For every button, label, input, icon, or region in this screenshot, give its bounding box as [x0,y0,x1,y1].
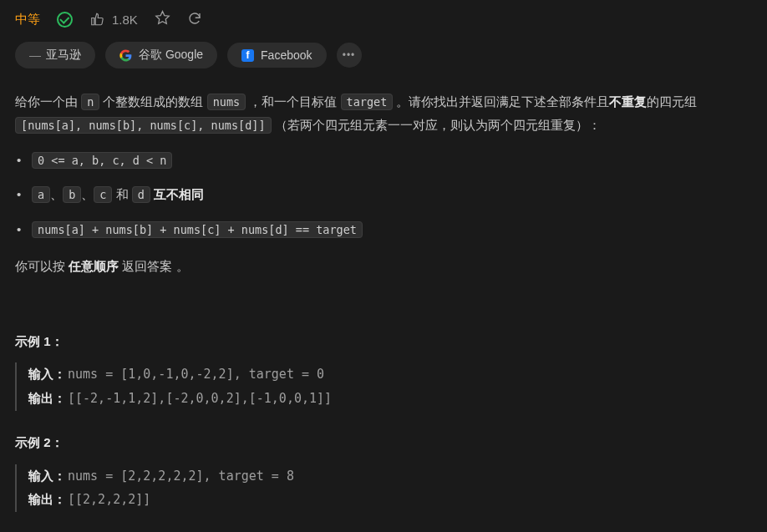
like-button[interactable]: 1.8K [89,12,138,27]
tag-amazon[interactable]: — 亚马逊 [15,42,95,68]
like-count: 1.8K [112,13,138,27]
conditions-list: 0 <= a, b, c, d < n a、b、c 和 d 互不相同 nums[… [15,149,752,241]
code-b: b [63,186,81,203]
tag-facebook[interactable]: f Facebook [227,43,326,68]
difficulty-badge: 中等 [15,12,40,28]
top-bar: 中等 1.8K [15,10,752,28]
condition-item: nums[a] + nums[b] + nums[c] + nums[d] ==… [15,218,752,241]
tag-label: 谷歌 Google [139,48,203,63]
output-value: [[-2,-1,1,2],[-2,0,0,2],[-1,0,0,1]] [68,391,332,406]
code-a: a [32,186,50,203]
text: 、 [50,187,63,201]
refresh-button[interactable] [187,11,202,28]
facebook-icon: f [241,49,254,62]
text: 给你一个由 [15,94,81,109]
code-d: d [132,186,150,203]
input-value: nums = [1,0,-1,0,-2,2], target = 0 [68,367,324,382]
example-2-body: 输入：nums = [2,2,2,2,2], target = 8 输出：[[2… [15,464,752,513]
condition-item: a、b、c 和 d 互不相同 [15,183,752,206]
example-2-title: 示例 2： [15,431,752,454]
bold-text: 互不相同 [154,187,204,201]
thumbs-up-icon [89,12,105,27]
output-label: 输出： [28,492,66,506]
solved-check-icon [57,12,73,28]
tag-prefix: — [29,48,41,62]
code-quadruple: [nums[a], nums[b], nums[c], nums[d]] [15,117,272,134]
tag-google[interactable]: 谷歌 Google [105,42,217,68]
closing-paragraph: 你可以按 任意顺序 返回答案 。 [15,255,752,278]
input-label: 输入： [28,469,66,483]
google-icon [119,49,132,62]
text: 和 [112,187,131,201]
condition-item: 0 <= a, b, c, d < n [15,149,752,172]
code-target: target [341,94,394,110]
code-cond1: 0 <= a, b, c, d < n [32,152,172,169]
code-c: c [94,186,112,203]
description-paragraph: 给你一个由 n 个整数组成的数组 nums ，和一个目标值 target 。请你… [15,90,752,137]
input-value: nums = [2,2,2,2,2], target = 8 [68,469,294,484]
tag-label: Facebook [261,48,312,62]
code-nums: nums [207,94,246,110]
example-1-title: 示例 1： [15,330,752,353]
text: 。请你找出并返回满足下述全部条件且 [393,94,609,109]
bold-text: 任意顺序 [69,259,119,273]
output-value: [[2,2,2,2]] [68,492,150,507]
problem-content: 给你一个由 n 个整数组成的数组 nums ，和一个目标值 target 。请你… [15,90,752,512]
favorite-button[interactable] [155,10,170,28]
input-label: 输入： [28,367,66,381]
text: 返回答案 。 [119,259,188,273]
bold-text: 不重复 [609,94,647,109]
text: 个整数组成的数组 [99,94,206,109]
text: ，和一个目标值 [246,94,340,109]
output-label: 输出： [28,391,66,405]
code-cond3: nums[a] + nums[b] + nums[c] + nums[d] ==… [32,221,363,238]
code-n: n [81,94,99,110]
more-tags-button[interactable]: ••• [337,43,362,68]
text: 你可以按 [15,259,69,273]
text: 、 [81,187,94,201]
text: 的四元组 [647,94,697,109]
text: （若两个四元组元素一一对应，则认为两个四元组重复）： [272,118,601,132]
tag-label: 亚马逊 [46,48,81,63]
company-tags-row: — 亚马逊 谷歌 Google f Facebook ••• [15,42,752,68]
example-1-body: 输入：nums = [1,0,-1,0,-2,2], target = 0 输出… [15,362,752,411]
